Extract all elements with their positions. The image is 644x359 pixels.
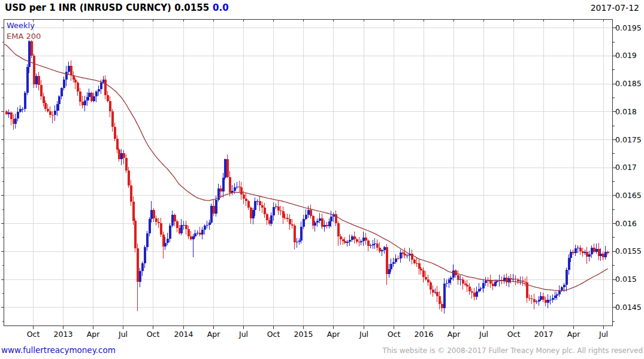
legend-ema-label: EMA 200 (7, 32, 41, 41)
x-axis-label: 2015 (294, 330, 313, 339)
x-axis-label: Apr (87, 330, 100, 339)
x-axis-label: Apr (207, 330, 220, 339)
x-axis-label: Oct (27, 330, 40, 339)
y-axis-label: 0.019 (615, 51, 637, 60)
chart-window: USD per 1 INR (INRUSD CURNCY) 0.01550.0 … (0, 0, 644, 359)
x-axis-label: 2016 (415, 330, 434, 339)
y-axis-label: 0.016 (615, 219, 637, 228)
copyright-text: This website is © 2008-2017 Fuller Treac… (382, 346, 643, 355)
y-axis-label: 0.018 (615, 107, 637, 116)
x-axis-label: Jul (359, 330, 368, 339)
x-axis-label: Apr (567, 330, 580, 339)
y-axis-label: 0.0185 (615, 79, 642, 88)
x-axis-label: Apr (448, 330, 461, 339)
x-axis-label: 2017 (534, 330, 554, 339)
x-axis-label: 2013 (54, 330, 73, 339)
y-axis-label: 0.017 (615, 163, 637, 172)
y-axis-label: 0.0175 (615, 135, 642, 144)
x-axis-label: Oct (267, 330, 280, 339)
x-axis-label: Jul (119, 330, 128, 339)
x-axis-label: Jul (479, 330, 488, 339)
y-axis-label: 0.0155 (615, 247, 642, 255)
x-axis-label: Oct (388, 330, 401, 339)
x-axis-label: Jul (599, 330, 608, 339)
x-axis-label: 2014 (174, 330, 193, 339)
x-axis-label: Oct (147, 330, 160, 339)
site-link[interactable]: www.fullertreacymoney.com (1, 345, 116, 355)
y-axis-label: 0.015 (615, 275, 637, 284)
legend-timeframe-label: Weekly (7, 21, 35, 30)
y-axis-label: 0.0145 (615, 303, 642, 312)
y-axis-label: 0.0195 (615, 23, 642, 32)
x-axis-label: Oct (507, 330, 521, 339)
x-axis-label: Jul (239, 330, 248, 339)
y-axis-label: 0.0165 (615, 191, 642, 200)
price-chart[interactable] (0, 0, 644, 359)
x-axis-label: Apr (327, 330, 340, 339)
